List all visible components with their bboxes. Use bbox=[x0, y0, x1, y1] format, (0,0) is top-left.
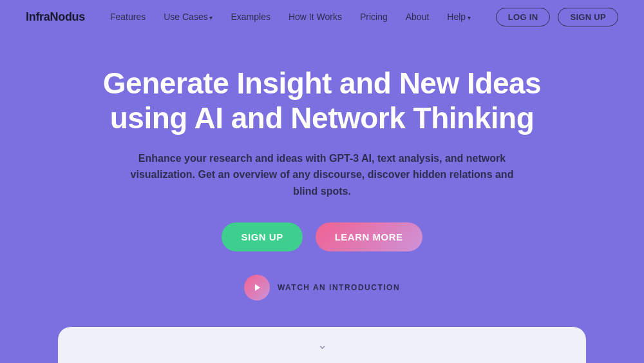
login-button[interactable]: LOG IN bbox=[496, 8, 551, 26]
signup-nav-button[interactable]: SIGN UP bbox=[558, 8, 618, 26]
watch-intro: WATCH AN INTRODUCTION bbox=[244, 275, 400, 300]
navbar: InfraNodus Features Use Cases Examples H… bbox=[0, 0, 644, 34]
hero-buttons: SIGN UP LEARN MORE bbox=[222, 222, 422, 251]
svg-marker-0 bbox=[255, 284, 260, 291]
hero-section: Generate Insight and New Ideas using AI … bbox=[0, 34, 644, 320]
learn-more-button[interactable]: LEARN MORE bbox=[316, 222, 422, 251]
play-button[interactable] bbox=[244, 275, 270, 300]
nav-how-it-works[interactable]: How It Works bbox=[289, 12, 342, 22]
nav-about[interactable]: About bbox=[406, 12, 430, 22]
play-icon bbox=[253, 283, 262, 292]
brand-logo[interactable]: InfraNodus bbox=[26, 10, 85, 24]
chevron-down-icon: ⌄ bbox=[317, 338, 327, 352]
nav-examples[interactable]: Examples bbox=[231, 12, 270, 22]
nav-help[interactable]: Help bbox=[447, 12, 471, 22]
bottom-card-peek: ⌄ bbox=[58, 327, 586, 363]
nav-links: Features Use Cases Examples How It Works… bbox=[110, 11, 471, 23]
nav-actions: LOG IN SIGN UP bbox=[496, 8, 618, 26]
nav-pricing[interactable]: Pricing bbox=[360, 12, 388, 22]
hero-title: Generate Insight and New Ideas using AI … bbox=[90, 66, 554, 136]
nav-features[interactable]: Features bbox=[110, 12, 146, 22]
watch-label: WATCH AN INTRODUCTION bbox=[278, 283, 400, 292]
signup-hero-button[interactable]: SIGN UP bbox=[222, 222, 302, 251]
hero-subtitle: Enhance your research and ideas with GPT… bbox=[122, 150, 522, 200]
nav-use-cases[interactable]: Use Cases bbox=[164, 12, 213, 22]
